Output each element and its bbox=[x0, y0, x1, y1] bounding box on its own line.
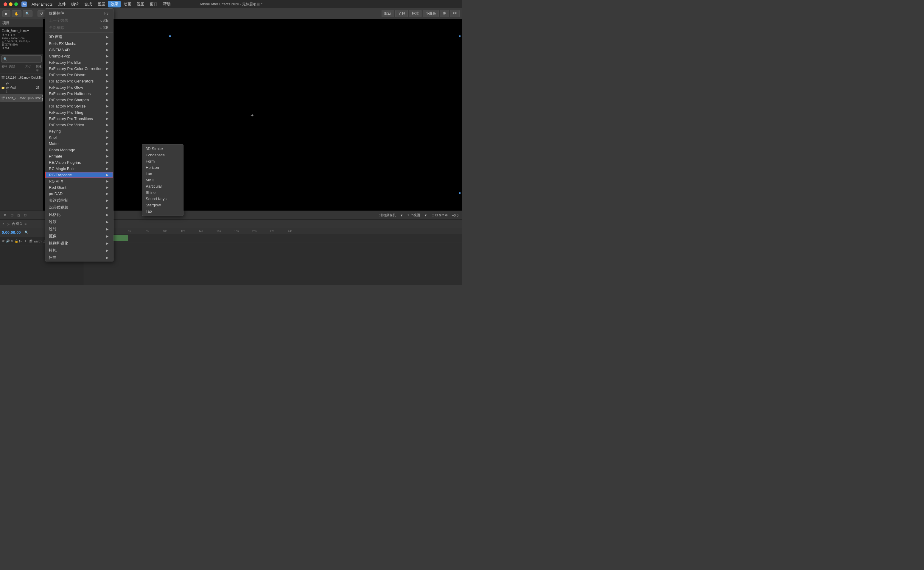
arrow-obsolete: ▶ bbox=[103, 227, 109, 231]
arrow-fxtrans: ▶ bbox=[103, 117, 109, 121]
menu-cat-obsolete[interactable]: 过时▶ bbox=[45, 225, 113, 233]
sub-echospace[interactable]: Echospace bbox=[142, 152, 183, 158]
arrow-fxblur: ▶ bbox=[103, 60, 109, 64]
arrow-fxcolor: ▶ bbox=[103, 67, 109, 70]
menu-cat-keying[interactable]: Keying▶ bbox=[45, 128, 113, 134]
sub-form[interactable]: Form bbox=[142, 158, 183, 164]
arrow-fxhalf: ▶ bbox=[103, 92, 109, 96]
sub-shine[interactable]: Shine bbox=[142, 189, 183, 196]
arrow-distort: ▶ bbox=[103, 256, 109, 260]
menu-cat-distort[interactable]: 扭曲▶ bbox=[45, 254, 113, 261]
menu-cat-photomontage[interactable]: Photo Montage▶ bbox=[45, 147, 113, 153]
menu-cat-fxhalf[interactable]: FxFactory Pro Halftones▶ bbox=[45, 90, 113, 97]
sub-horizon[interactable]: Horizon bbox=[142, 164, 183, 171]
menu-cat-rgtrapcode[interactable]: RG Trapcode ▶ bbox=[45, 172, 113, 178]
menu-cat-fxtrans[interactable]: FxFactory Pro Transitions▶ bbox=[45, 116, 113, 122]
arrow-boris: ▶ bbox=[103, 42, 109, 46]
arrow-fxglow: ▶ bbox=[103, 86, 109, 89]
menu-entry-remove-all: 全部移除 ⌥⌘E bbox=[45, 24, 113, 31]
menu-cat-fxglow[interactable]: FxFactory Pro Glow▶ bbox=[45, 84, 113, 90]
menu-cat-prodad[interactable]: proDAD▶ bbox=[45, 191, 113, 197]
shortcut-f3: F3 bbox=[97, 11, 109, 15]
arrow-crumple: ▶ bbox=[103, 54, 109, 58]
sub-particular[interactable]: Particular bbox=[142, 183, 183, 189]
arrow-sim: ▶ bbox=[103, 249, 109, 253]
menu-cat-boris[interactable]: Boris FX Mocha▶ bbox=[45, 40, 113, 47]
menu-cat-3d[interactable]: 3D 声道▶ bbox=[45, 33, 113, 40]
menu-cat-revision[interactable]: RE:Vision Plug-ins▶ bbox=[45, 159, 113, 165]
menu-cat-primate[interactable]: Primate▶ bbox=[45, 153, 113, 159]
arrow-primate: ▶ bbox=[103, 154, 109, 158]
menu-cat-matte[interactable]: Matte▶ bbox=[45, 141, 113, 147]
arrow-fxvid: ▶ bbox=[103, 123, 109, 127]
menu-cat-knoll[interactable]: Knoll▶ bbox=[45, 134, 113, 141]
arrow-3d: ▶ bbox=[103, 35, 109, 39]
menu-cat-transition[interactable]: 过渡▶ bbox=[45, 218, 113, 225]
sub-lux[interactable]: Lux bbox=[142, 171, 183, 177]
menu-cat-c4d[interactable]: CINEMA 4D▶ bbox=[45, 47, 113, 53]
arrow-fxtile: ▶ bbox=[103, 110, 109, 114]
shortcut-remove: ⌥⌘E bbox=[91, 26, 109, 30]
arrow-rcmagic: ▶ bbox=[103, 167, 109, 171]
menu-cat-stylize[interactable]: 风格化▶ bbox=[45, 211, 113, 218]
menu-cat-sim[interactable]: 模拟▶ bbox=[45, 247, 113, 254]
shortcut-prev: ⌥⌘E bbox=[91, 18, 109, 23]
effects-dropdown: 效果控件 F3 上一个效果 ⌥⌘E 全部移除 ⌥⌘E 3D 声道▶ Boris … bbox=[45, 8, 113, 262]
arrow-fxstyle: ▶ bbox=[103, 104, 109, 108]
arrow-matte: ▶ bbox=[103, 142, 109, 146]
menu-cat-expr[interactable]: 表达式控制▶ bbox=[45, 197, 113, 204]
menu-entry-effect-controls[interactable]: 效果控件 F3 bbox=[45, 10, 113, 17]
sub-3dstroke[interactable]: 3D Stroke bbox=[142, 146, 183, 152]
menu-entry-prev-effect: 上一个效果 ⌥⌘E bbox=[45, 17, 113, 24]
trapcode-submenu: 3D Stroke Echospace Form Horizon Lux Mir… bbox=[142, 144, 184, 216]
menu-cat-rcmagic[interactable]: RC Magic Bullet▶ bbox=[45, 165, 113, 172]
menu-cat-immersive[interactable]: 沉浸式视频▶ bbox=[45, 204, 113, 211]
menu-cat-fxdistort[interactable]: FxFactory Pro Distort▶ bbox=[45, 72, 113, 78]
sub-starglow[interactable]: Starglow bbox=[142, 202, 183, 208]
arrow-fxgen: ▶ bbox=[103, 79, 109, 83]
arrow-fxdistort: ▶ bbox=[103, 73, 109, 77]
arrow-rgvfx: ▶ bbox=[103, 179, 109, 183]
sub-tao[interactable]: Tao bbox=[142, 208, 183, 215]
arrow-c4d: ▶ bbox=[103, 48, 109, 52]
arrow-knoll: ▶ bbox=[103, 135, 109, 139]
arrow-photomontage: ▶ bbox=[103, 148, 109, 152]
menu-overlay[interactable]: 效果控件 F3 上一个效果 ⌥⌘E 全部移除 ⌥⌘E 3D 声道▶ Boris … bbox=[0, 0, 462, 285]
arrow-immersive: ▶ bbox=[103, 206, 109, 210]
menu-cat-fxtile[interactable]: FxFactory Pro Tiling▶ bbox=[45, 109, 113, 116]
arrow-stylize: ▶ bbox=[103, 213, 109, 217]
menu-cat-fxstyle[interactable]: FxFactory Pro Stylize▶ bbox=[45, 103, 113, 109]
menu-cat-fxcolor[interactable]: FxFactory Pro Color Correction▶ bbox=[45, 66, 113, 72]
menu-cat-fxgen[interactable]: FxFactory Pro Generators▶ bbox=[45, 78, 113, 84]
arrow-revision: ▶ bbox=[103, 161, 109, 164]
arrow-rgtrapcode: ▶ bbox=[103, 173, 109, 177]
arrow-fxsharp: ▶ bbox=[103, 98, 109, 102]
menu-cat-fxsharp[interactable]: FxFactory Pro Sharpen▶ bbox=[45, 97, 113, 103]
arrow-keying: ▶ bbox=[103, 129, 109, 133]
menu-cat-crumple[interactable]: CrumplePop▶ bbox=[45, 53, 113, 59]
sub-soundkeys[interactable]: Sound Keys bbox=[142, 196, 183, 202]
arrow-prodad: ▶ bbox=[103, 192, 109, 196]
menu-cat-rgvfx[interactable]: RG VFX▶ bbox=[45, 178, 113, 184]
arrow-expr: ▶ bbox=[103, 199, 109, 202]
menu-cat-redgiant[interactable]: Red Giant▶ bbox=[45, 184, 113, 191]
menu-cat-fxblur[interactable]: FxFactory Pro Blur▶ bbox=[45, 59, 113, 66]
sub-mir3[interactable]: Mir 3 bbox=[142, 177, 183, 183]
arrow-transition: ▶ bbox=[103, 220, 109, 224]
menu-cat-fxvid[interactable]: FxFactory Pro Video▶ bbox=[45, 122, 113, 128]
menu-cat-keyer[interactable]: 抠像▶ bbox=[45, 233, 113, 240]
menu-sep-top bbox=[45, 32, 113, 32]
arrow-keyer: ▶ bbox=[103, 234, 109, 238]
arrow-redgiant: ▶ bbox=[103, 185, 109, 189]
arrow-blur: ▶ bbox=[103, 242, 109, 245]
menu-cat-blur[interactable]: 模糊和锐化▶ bbox=[45, 240, 113, 247]
menu-cat-channel[interactable]: 声道▶ bbox=[45, 261, 113, 262]
